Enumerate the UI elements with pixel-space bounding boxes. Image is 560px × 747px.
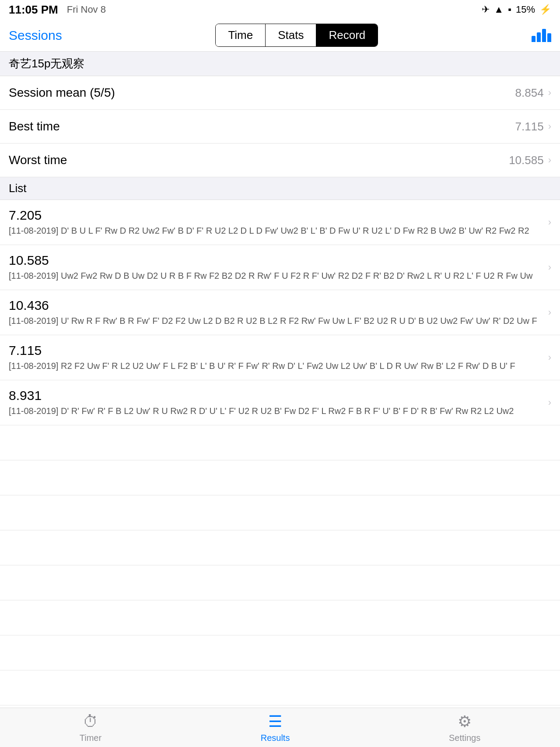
tab-settings[interactable]: ⚙ Settings: [449, 712, 480, 743]
empty-row: [0, 460, 560, 495]
list-item-time: 8.931: [9, 388, 548, 403]
list-item-scramble: [11-08-2019] D' R' Fw' R' F B L2 Uw' R U…: [9, 405, 548, 417]
empty-row: [0, 425, 560, 460]
stat-label-worst: Worst time: [9, 153, 67, 167]
chevron-icon-best: ›: [548, 121, 551, 132]
list-item[interactable]: 10.436 [11-08-2019] U' Rw R F Rw' B R Fw…: [0, 290, 560, 335]
stat-value-mean: 8.854 ›: [515, 86, 551, 100]
tab-stats[interactable]: Stats: [266, 24, 316, 46]
list-item-content: 8.931 [11-08-2019] D' R' Fw' R' F B L2 U…: [9, 388, 548, 417]
tab-results[interactable]: ☰ Results: [261, 712, 290, 743]
tab-record[interactable]: Record: [316, 24, 378, 46]
tab-bar: ⏱ Timer ☰ Results ⚙ Settings: [0, 708, 560, 747]
list-item-time: 10.436: [9, 298, 548, 313]
settings-label: Settings: [449, 733, 480, 743]
list-item-time: 10.585: [9, 253, 548, 268]
list-item[interactable]: 8.931 [11-08-2019] D' R' Fw' R' F B L2 U…: [0, 380, 560, 425]
stat-row-mean[interactable]: Session mean (5/5) 8.854 ›: [0, 76, 560, 110]
list-section-header: List: [0, 177, 560, 200]
empty-row: [0, 565, 560, 600]
stat-value-best: 7.115 ›: [515, 120, 551, 133]
session-name-header: 奇艺15p无观察: [0, 52, 560, 76]
list-container: 7.205 [11-08-2019] D' B U L F' Rw D R2 U…: [0, 200, 560, 425]
chevron-icon-worst: ›: [548, 154, 551, 166]
empty-row: [0, 670, 560, 705]
status-icons: ✈ ▲ ▪ 15% ⚡: [482, 4, 551, 15]
tab-time[interactable]: Time: [216, 24, 266, 46]
settings-icon: ⚙: [458, 712, 472, 731]
list-item-time: 7.115: [9, 343, 548, 358]
results-icon: ☰: [268, 712, 282, 731]
stat-label-mean: Session mean (5/5): [9, 86, 115, 100]
timer-label: Timer: [80, 733, 102, 743]
list-item[interactable]: 7.205 [11-08-2019] D' B U L F' Rw D R2 U…: [0, 200, 560, 245]
list-item-scramble: [11-08-2019] D' B U L F' Rw D R2 Uw2 Fw'…: [9, 224, 548, 237]
empty-row: [0, 600, 560, 635]
segment-control: Time Stats Record: [215, 24, 378, 47]
wifi-icon: ▲: [494, 4, 504, 15]
battery-icon: ▪: [508, 4, 511, 15]
header: Sessions Time Stats Record: [0, 19, 560, 52]
list-item-scramble: [11-08-2019] Uw2 Fw2 Rw D B Uw D2 U R B …: [9, 270, 548, 282]
results-label: Results: [261, 733, 290, 743]
chevron-icon-item: ›: [548, 217, 551, 228]
stat-row-best[interactable]: Best time 7.115 ›: [0, 110, 560, 144]
list-item-scramble: [11-08-2019] R2 F2 Uw F' R L2 U2 Uw' F L…: [9, 360, 548, 372]
chevron-icon-item: ›: [548, 397, 551, 408]
battery-level: 15%: [516, 4, 535, 15]
chevron-icon-item: ›: [548, 262, 551, 273]
list-item-time: 7.205: [9, 208, 548, 223]
list-item-scramble: [11-08-2019] U' Rw R F Rw' B R Fw' F' D2…: [9, 315, 548, 327]
empty-row: [0, 495, 560, 530]
stat-value-worst: 10.585 ›: [509, 154, 551, 167]
empty-row: [0, 530, 560, 565]
list-item[interactable]: 10.585 [11-08-2019] Uw2 Fw2 Rw D B Uw D2…: [0, 245, 560, 290]
tab-timer[interactable]: ⏱ Timer: [80, 712, 102, 743]
chevron-icon-item: ›: [548, 352, 551, 363]
list-item-content: 10.436 [11-08-2019] U' Rw R F Rw' B R Fw…: [9, 298, 548, 327]
list-item-content: 10.585 [11-08-2019] Uw2 Fw2 Rw D B Uw D2…: [9, 253, 548, 282]
chart-icon[interactable]: [532, 29, 551, 42]
empty-row: [0, 635, 560, 670]
empty-rows: [0, 425, 560, 705]
charging-icon: ⚡: [539, 4, 551, 15]
list-item-content: 7.205 [11-08-2019] D' B U L F' Rw D R2 U…: [9, 208, 548, 237]
status-time: 11:05 PM: [9, 3, 58, 17]
stat-label-best: Best time: [9, 119, 60, 133]
chevron-icon-mean: ›: [548, 87, 551, 98]
status-bar: 11:05 PM Fri Nov 8 ✈ ▲ ▪ 15% ⚡: [0, 0, 560, 19]
stat-row-worst[interactable]: Worst time 10.585 ›: [0, 144, 560, 177]
chevron-icon-item: ›: [548, 307, 551, 318]
airplane-icon: ✈: [482, 4, 490, 15]
list-item[interactable]: 7.115 [11-08-2019] R2 F2 Uw F' R L2 U2 U…: [0, 335, 560, 380]
status-date: Fri Nov 8: [67, 4, 106, 15]
sessions-link[interactable]: Sessions: [9, 28, 62, 43]
list-item-content: 7.115 [11-08-2019] R2 F2 Uw F' R L2 U2 U…: [9, 343, 548, 372]
timer-icon: ⏱: [83, 712, 98, 731]
